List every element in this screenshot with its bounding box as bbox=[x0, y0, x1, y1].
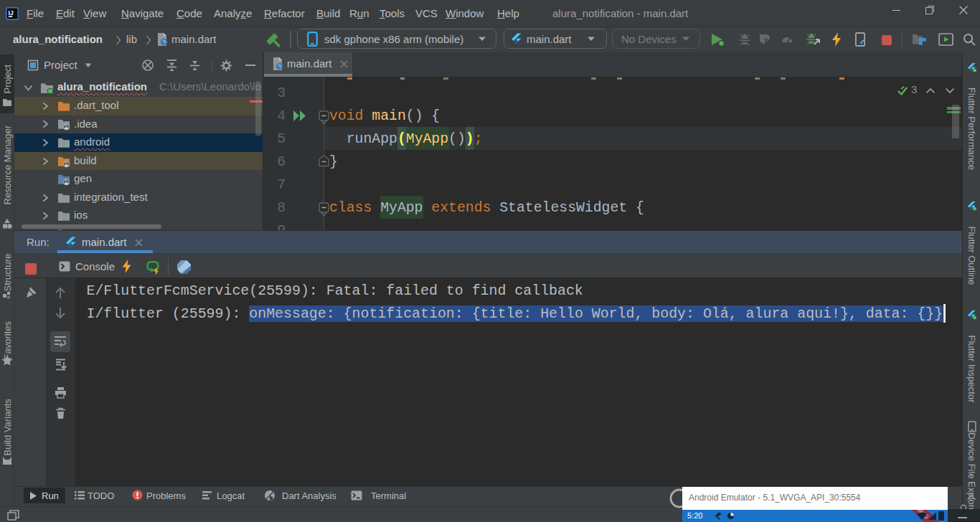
svg-text:IJ: IJ bbox=[9, 9, 14, 16]
